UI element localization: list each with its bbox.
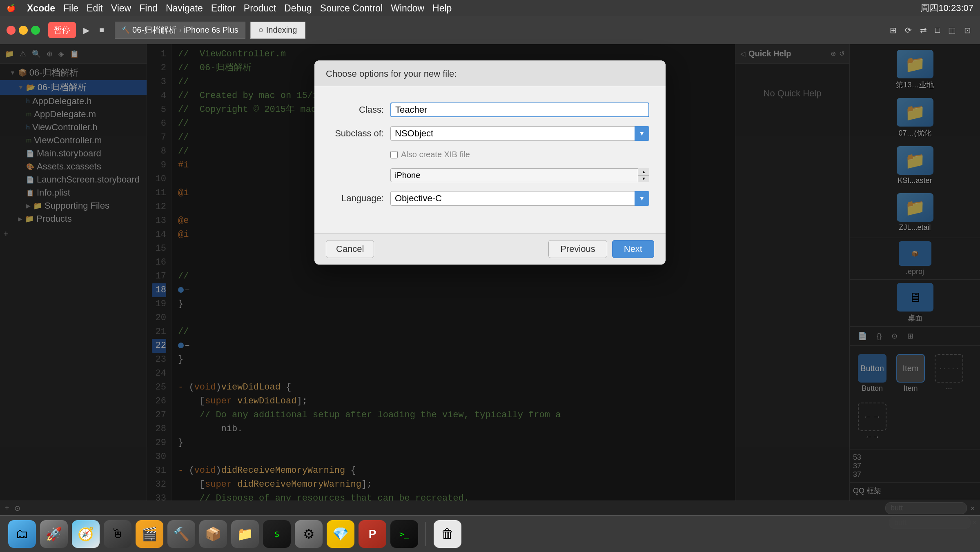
- layout-btn-2[interactable]: ⟳: [902, 24, 914, 37]
- dock-safari[interactable]: 🧭: [72, 520, 100, 548]
- class-input[interactable]: [390, 102, 649, 117]
- run-button[interactable]: ▶: [81, 24, 92, 37]
- indexing-tab[interactable]: Indexing: [250, 22, 306, 39]
- menu-help[interactable]: Help: [432, 3, 452, 14]
- maximize-button[interactable]: [31, 26, 40, 35]
- layout-btn-5[interactable]: ◫: [946, 24, 958, 37]
- xib-label: Also create XIB file: [401, 150, 470, 159]
- device-label: iPhone 6s Plus: [184, 25, 238, 35]
- stepper-buttons: ▲ ▼: [638, 168, 649, 182]
- traffic-lights: [7, 26, 40, 35]
- toolbar-right-buttons: ⊞ ⟳ ⇄ □ ◫ ⊡: [887, 24, 973, 37]
- nav-buttons: Previous Next: [548, 240, 654, 258]
- menu-product[interactable]: Product: [244, 3, 276, 14]
- new-file-dialog: Choose options for your new file: Class:…: [314, 60, 666, 265]
- dialog-title: Choose options for your new file:: [326, 69, 457, 79]
- stepper-up[interactable]: ▲: [638, 168, 649, 176]
- menu-navigate[interactable]: Navigate: [166, 3, 203, 14]
- class-row: Class:: [331, 102, 649, 117]
- menubar-right: 周四10:23:07: [920, 2, 973, 14]
- menubar: 🍎 Xcode File Edit View Find Navigate Edi…: [0, 0, 980, 16]
- menu-debug[interactable]: Debug: [284, 3, 312, 14]
- tab-group: 🔨 06-归档解析 › iPhone 6s Plus: [115, 22, 245, 39]
- dock-separator: [425, 522, 426, 546]
- class-label: Class:: [331, 105, 384, 115]
- dock-preferences[interactable]: ⚙: [295, 520, 323, 548]
- scheme-icon: 🔨: [122, 26, 130, 34]
- toolbar: 暂停 ▶ ■ 🔨 06-归档解析 › iPhone 6s Plus Indexi…: [0, 16, 980, 44]
- menu-editor[interactable]: Editor: [211, 3, 236, 14]
- menu-source-control[interactable]: Source Control: [320, 3, 383, 14]
- dock-launchpad[interactable]: 🚀: [40, 520, 68, 548]
- ime-label: 周四10:23:07: [920, 2, 973, 14]
- stepper-down[interactable]: ▼: [638, 176, 649, 183]
- subclass-input[interactable]: [390, 126, 649, 141]
- dock-finder[interactable]: 🗂: [8, 520, 36, 548]
- cancel-button[interactable]: Cancel: [326, 240, 374, 258]
- stop-icon-button[interactable]: ■: [97, 24, 107, 36]
- subclass-label: Subclass of:: [331, 128, 384, 139]
- language-arrow[interactable]: ▼: [635, 191, 649, 206]
- apple-menu[interactable]: 🍎: [7, 4, 16, 13]
- dialog-overlay: Choose options for your new file: Class:…: [0, 44, 980, 515]
- indexing-dot: [259, 28, 263, 32]
- indexing-label: Indexing: [266, 25, 297, 35]
- menu-find[interactable]: Find: [139, 3, 158, 14]
- subclass-row: Subclass of: ▼: [331, 126, 649, 141]
- xib-checkbox-row: Also create XIB file: [331, 150, 649, 159]
- menu-view[interactable]: View: [111, 3, 131, 14]
- menu-xcode[interactable]: Xcode: [27, 3, 55, 14]
- subclass-arrow[interactable]: ▼: [635, 126, 649, 141]
- scheme-tab[interactable]: 🔨 06-归档解析 › iPhone 6s Plus: [115, 22, 245, 39]
- menu-window[interactable]: Window: [391, 3, 424, 14]
- dock-install[interactable]: 📦: [199, 520, 227, 548]
- language-select-wrapper: ▼: [390, 191, 649, 206]
- next-button[interactable]: Next: [612, 240, 654, 258]
- device-input[interactable]: [390, 168, 649, 182]
- dialog-body: Class: Subclass of: ▼ Also create XIB fi…: [314, 86, 666, 233]
- minimize-button[interactable]: [19, 26, 28, 35]
- dock-tools[interactable]: 🔨: [167, 520, 195, 548]
- dialog-footer: Cancel Previous Next: [314, 233, 666, 265]
- language-input[interactable]: [390, 191, 649, 206]
- device-stepper-row: ▲ ▼: [331, 168, 649, 182]
- menu-file[interactable]: File: [63, 3, 78, 14]
- previous-button[interactable]: Previous: [548, 240, 607, 258]
- stop-button[interactable]: 暂停: [48, 22, 76, 38]
- dock-terminal[interactable]: $: [263, 520, 291, 548]
- dialog-header: Choose options for your new file:: [314, 60, 666, 86]
- layout-btn-4[interactable]: □: [933, 24, 942, 37]
- scheme-label: 06-归档解析: [132, 24, 177, 36]
- language-label: Language:: [331, 193, 384, 204]
- dock-sketch[interactable]: 💎: [327, 520, 354, 548]
- layout-btn-6[interactable]: ⊡: [962, 24, 973, 37]
- dock-folder[interactable]: 📁: [231, 520, 259, 548]
- subclass-select-wrapper: ▼: [390, 126, 649, 141]
- layout-btn-1[interactable]: ⊞: [887, 24, 899, 37]
- device-select-wrapper: ▲ ▼: [390, 168, 649, 182]
- dock-console[interactable]: >_: [390, 520, 418, 548]
- dock-trash[interactable]: 🗑: [434, 520, 461, 548]
- separator: ›: [179, 27, 181, 34]
- layout-btn-3[interactable]: ⇄: [918, 24, 929, 37]
- menu-edit[interactable]: Edit: [87, 3, 103, 14]
- dock-mouse[interactable]: 🖱: [104, 520, 131, 548]
- dock-media[interactable]: 🎬: [136, 520, 163, 548]
- dock: 🗂 🚀 🧭 🖱 🎬 🔨 📦 📁 $ ⚙ 💎 P >_ 🗑: [0, 515, 980, 552]
- close-button[interactable]: [7, 26, 16, 35]
- xib-checkbox[interactable]: [390, 151, 398, 158]
- dock-red-app[interactable]: P: [359, 520, 386, 548]
- language-row: Language: ▼: [331, 191, 649, 206]
